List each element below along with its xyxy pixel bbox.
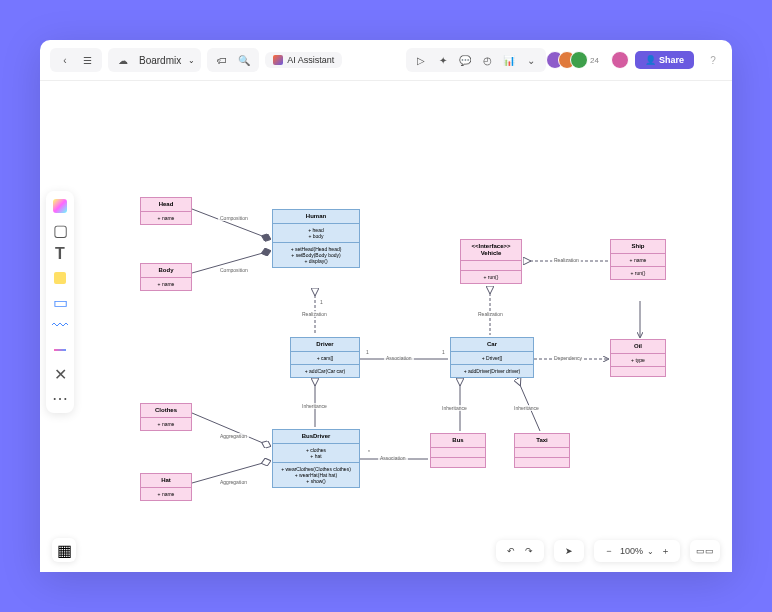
tool-palette: ▢ T ▭ 〰 ✕ ⋯ <box>46 191 74 413</box>
class-bus[interactable]: Bus <box>430 433 486 468</box>
class-attrs: + name <box>141 277 191 290</box>
ai-logo-icon <box>273 55 283 65</box>
class-title: Clothes <box>141 404 191 417</box>
search-icon[interactable]: 🔍 <box>235 51 253 69</box>
tag-icon[interactable]: 🏷 <box>213 51 231 69</box>
class-attrs: + clothes + hat <box>273 443 359 462</box>
palette-text-icon[interactable]: T <box>51 245 69 263</box>
chevron-down-icon[interactable]: ⌄ <box>647 547 654 556</box>
share-label: Share <box>659 55 684 65</box>
class-attrs: + name <box>141 417 191 430</box>
current-user-avatar[interactable] <box>611 51 629 69</box>
class-clothes[interactable]: Clothes + name <box>140 403 192 431</box>
class-title: BusDriver <box>273 430 359 443</box>
bottom-toolbar: ↶ ↷ ➤ − 100% ⌄ ＋ ▭▭ <box>496 540 720 562</box>
palette-frame-icon[interactable]: ▢ <box>51 221 69 239</box>
edge-label: Aggregation <box>218 433 249 439</box>
palette-connector-icon[interactable]: 〰 <box>51 317 69 335</box>
chart-icon[interactable]: 📊 <box>500 51 518 69</box>
class-title: Body <box>141 264 191 277</box>
class-title: Car <box>451 338 533 351</box>
class-taxi[interactable]: Taxi <box>514 433 570 468</box>
multiplicity: 1 <box>364 349 371 355</box>
class-busdriver[interactable]: BusDriver + clothes + hat + wearClothes(… <box>272 429 360 488</box>
class-hat[interactable]: Hat + name <box>140 473 192 501</box>
edge-label: Inheritance <box>300 403 329 409</box>
palette-sticky-icon[interactable] <box>51 269 69 287</box>
class-ops: + wearClothes(Clothes clothes) + wearHat… <box>273 462 359 487</box>
multiplicity: 1 <box>440 349 447 355</box>
svg-line-4 <box>192 413 270 446</box>
zoom-out-button[interactable]: − <box>602 544 616 558</box>
svg-line-0 <box>192 209 270 239</box>
ai-assistant-button[interactable]: AI Assistant <box>265 52 342 68</box>
class-ops <box>515 457 569 467</box>
edge-label: Aggregation <box>218 479 249 485</box>
class-human[interactable]: Human + head + body + setHead(Head head)… <box>272 209 360 268</box>
avatar[interactable] <box>570 51 588 69</box>
help-icon[interactable]: ? <box>704 51 722 69</box>
class-body[interactable]: Body + name <box>140 263 192 291</box>
menu-button[interactable]: ☰ <box>78 51 96 69</box>
sparkle-icon[interactable]: ✦ <box>434 51 452 69</box>
class-title: Human <box>273 210 359 223</box>
zoom-value[interactable]: 100% <box>620 546 643 556</box>
edge-label: Composition <box>218 267 250 273</box>
class-vehicle[interactable]: <<Interface>> Vehicle + run() <box>460 239 522 284</box>
chevron-down-icon[interactable]: ⌄ <box>188 56 195 65</box>
class-ops: + addDriver(Driver driver) <box>451 364 533 377</box>
document-name[interactable]: Boardmix <box>136 55 184 66</box>
pointer-icon[interactable]: ➤ <box>562 544 576 558</box>
class-head[interactable]: Head + name <box>140 197 192 225</box>
edge-label: Association <box>384 355 414 361</box>
class-attrs <box>431 447 485 457</box>
ai-assistant-label: AI Assistant <box>287 55 334 65</box>
minimap-button[interactable]: ▦ <box>52 538 76 562</box>
back-button[interactable]: ‹ <box>56 51 74 69</box>
edge-label: Realization <box>300 311 329 317</box>
class-ops: + setHead(Head head) + setBody(Body body… <box>273 242 359 267</box>
class-attrs: + type <box>611 353 665 366</box>
palette-ai-icon[interactable] <box>51 197 69 215</box>
class-attrs: + name <box>141 487 191 500</box>
class-ship[interactable]: Ship + name + run() <box>610 239 666 280</box>
class-title: Bus <box>431 434 485 447</box>
palette-shape-icon[interactable]: ▭ <box>51 293 69 311</box>
class-title: Oil <box>611 340 665 353</box>
class-ops <box>431 457 485 467</box>
class-attrs <box>515 447 569 457</box>
pages-icon[interactable]: ▭▭ <box>698 544 712 558</box>
zoom-in-button[interactable]: ＋ <box>658 544 672 558</box>
palette-more-icon[interactable]: ⋯ <box>51 389 69 407</box>
palette-eraser-icon[interactable]: ✕ <box>51 365 69 383</box>
collaborator-count: 24 <box>590 56 599 65</box>
timer-icon[interactable]: ◴ <box>478 51 496 69</box>
multiplicity: * <box>366 449 372 455</box>
class-driver[interactable]: Driver + cars[] + addCar(Car car) <box>290 337 360 378</box>
edge-label: Inheritance <box>512 405 541 411</box>
class-title: Hat <box>141 474 191 487</box>
edge-label: Inheritance <box>440 405 469 411</box>
class-ops: + run() <box>611 266 665 279</box>
class-oil[interactable]: Oil + type <box>610 339 666 377</box>
class-attrs <box>461 260 521 270</box>
class-car[interactable]: Car + Driver[] + addDriver(Driver driver… <box>450 337 534 378</box>
edge-label: Realization <box>476 311 505 317</box>
play-icon[interactable]: ▷ <box>412 51 430 69</box>
comment-icon[interactable]: 💬 <box>456 51 474 69</box>
class-attrs: + cars[] <box>291 351 359 364</box>
class-ops: + addCar(Car car) <box>291 364 359 377</box>
undo-button[interactable]: ↶ <box>504 544 518 558</box>
collaborator-avatars[interactable]: 24 <box>552 51 599 69</box>
top-toolbar: ‹ ☰ ☁ Boardmix ⌄ 🏷 🔍 AI Assistant ▷ ✦ 💬 … <box>40 40 732 80</box>
share-button[interactable]: 👤 Share <box>635 51 694 69</box>
class-title: Ship <box>611 240 665 253</box>
canvas[interactable]: ▢ T ▭ 〰 ✕ ⋯ <box>40 80 732 572</box>
more-icon[interactable]: ⌄ <box>522 51 540 69</box>
cloud-icon: ☁ <box>114 51 132 69</box>
palette-pen-icon[interactable] <box>51 341 69 359</box>
redo-button[interactable]: ↷ <box>522 544 536 558</box>
class-attrs: + name <box>141 211 191 224</box>
edge-label: Dependency <box>552 355 584 361</box>
class-ops <box>611 366 665 376</box>
